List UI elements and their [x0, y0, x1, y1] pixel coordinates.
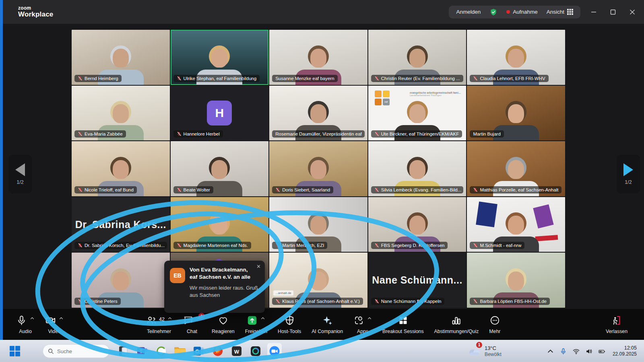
more-icon: [489, 315, 500, 326]
participant-tile[interactable]: Christin Reuter (Ev. Familienbildung ...: [368, 30, 466, 85]
participant-tile[interactable]: Bernd Heimberg: [72, 30, 170, 85]
initial-avatar: H: [207, 101, 232, 125]
participant-tile[interactable]: Nane Schümann...Nane Schümann fbs Kappel…: [368, 253, 466, 308]
participant-tile[interactable]: Martin Bujard: [467, 86, 565, 141]
participant-tile[interactable]: eafevangelische arbeitsgemeinschaft fami…: [368, 86, 466, 141]
participant-name-label: Dr. Sabrina Korsch, Ev. Familienbildu...: [74, 242, 167, 249]
toolbar-chat-button[interactable]: 1Chat: [178, 315, 206, 334]
toolbar-leave-button[interactable]: Verlassen: [601, 315, 633, 334]
chevron-left-icon: [15, 163, 25, 176]
toolbar-react-button[interactable]: Reagieren: [206, 315, 240, 334]
chat-popup-close-icon[interactable]: ✕: [256, 264, 261, 269]
tray-battery-icon[interactable]: [599, 348, 605, 355]
page-indicator-right: 1/2: [625, 179, 632, 185]
taskbar-clock[interactable]: 12:05 22.09.2025: [613, 345, 637, 358]
muted-mic-icon: [374, 243, 379, 248]
toolbar-audio-button[interactable]: Audio: [11, 315, 40, 334]
participant-tile[interactable]: Nicole Trieloff, eaf Bund: [72, 141, 170, 196]
window-minimize-button[interactable]: [591, 9, 597, 15]
toolbar-host-tools-button[interactable]: Host-Tools: [272, 315, 306, 334]
participant-tile[interactable]: Christine Peters: [72, 253, 170, 308]
unread-badge: 1: [198, 313, 205, 319]
participant-tile[interactable]: Eva-Maria Zabbée: [72, 86, 170, 141]
participant-tile[interactable]: Dr. Sabrina Kors...Dr. Sabrina Korsch, E…: [72, 197, 170, 252]
participant-tile[interactable]: FBS Segeberg D. Kristoffersen: [368, 197, 466, 252]
webex-app-icon[interactable]: [248, 343, 263, 359]
zoom-app-icon[interactable]: [267, 343, 282, 359]
toolbar-more-button[interactable]: Mehr: [484, 315, 506, 334]
toolbar-breakout-button[interactable]: Breakout Sessions: [377, 315, 429, 334]
gallery-next-page-button[interactable]: 1/2: [617, 155, 640, 193]
participant-name-label: Martin Merbach, EZI: [272, 242, 327, 249]
explorer-app-icon[interactable]: [173, 343, 187, 359]
signin-button[interactable]: Anmelden: [456, 9, 481, 15]
participant-name-label: M.Schmidt - eaf-nrw: [470, 242, 524, 249]
participant-tile[interactable]: Ulrike Stephan, eaf Familienbildung: [171, 30, 269, 85]
share-screen-icon: [247, 315, 258, 326]
search-input[interactable]: [57, 348, 101, 354]
chevron-up-icon[interactable]: [260, 315, 265, 322]
muted-mic-icon: [78, 299, 83, 304]
muted-mic-icon: [78, 187, 83, 192]
muted-mic-icon: [473, 187, 478, 192]
participant-tile[interactable]: Doris Siebert, Saarland: [269, 141, 367, 196]
recording-indicator[interactable]: Aufnahme: [506, 9, 538, 15]
taskbar-weather-widget[interactable]: 1 13°C Bewölkt: [468, 345, 502, 357]
chat-notification-popup[interactable]: EB Von Eva Brackelmann, eaf Sachsen e.V.…: [164, 261, 265, 313]
participant-tile[interactable]: HHannelore Herbel: [171, 86, 269, 141]
toolbar-label: Host-Tools: [278, 329, 301, 334]
toolbar-polls-button[interactable]: Abstimmungen/Quiz: [429, 315, 484, 334]
participant-tile[interactable]: Barbara Löptien FBS-HH-Ost.de: [467, 253, 565, 308]
breakout-sessions-icon: [398, 315, 409, 326]
chevron-up-icon[interactable]: [167, 315, 172, 322]
toolbar-ai-companion-button[interactable]: AI Companion: [306, 315, 348, 334]
toolbar-label: Teilnehmer: [147, 329, 171, 334]
desktop-app-icon[interactable]: [116, 343, 130, 359]
muted-mic-icon: [78, 76, 83, 81]
participant-name-label: Susanne Menzke eaf bayern: [272, 75, 337, 82]
participant-tile[interactable]: Claudia Lehnort, EFB FRI-WHV: [467, 30, 565, 85]
toolbar-video-button[interactable]: Video: [40, 315, 69, 334]
video-stage: 1/2 1/2 Bernd HeimbergUlrike Stephan, ea…: [3, 24, 644, 309]
svg-text:O: O: [195, 348, 199, 354]
participant-tile[interactable]: M.Schmidt - eaf-nrw: [467, 197, 565, 252]
window-maximize-button[interactable]: [610, 9, 616, 15]
chevron-up-icon[interactable]: [367, 315, 372, 322]
toolbar-label: Apps: [357, 329, 368, 334]
participant-tile[interactable]: Magdalene Martensen eaf Nds.: [171, 197, 269, 252]
toolbar-participants-button[interactable]: 42Teilnehmer: [140, 315, 178, 334]
participant-tile[interactable]: ...anhalt.deKlaus Roes (eaf Sachsen-Anha…: [269, 253, 367, 308]
reactions-heart-icon: [218, 315, 229, 326]
security-shield-icon[interactable]: [489, 8, 497, 16]
outlook-app-icon[interactable]: O: [192, 343, 206, 359]
muted-mic-icon: [374, 187, 379, 192]
ring-app-icon[interactable]: [154, 343, 168, 359]
tray-wifi-icon[interactable]: [573, 348, 580, 355]
participant-tile[interactable]: Martin Merbach, EZI: [269, 197, 367, 252]
participant-tile[interactable]: Beate Wolter: [171, 141, 269, 196]
chevron-up-icon[interactable]: [30, 315, 35, 322]
participant-tile[interactable]: Matthias Porzelle, eaf Sachsen-Anhalt: [467, 141, 565, 196]
firefox-app-icon[interactable]: [211, 343, 225, 359]
tray-volume-icon[interactable]: [586, 348, 592, 355]
tray-expand-chevron-icon[interactable]: [547, 348, 554, 355]
participants-icon: [146, 315, 157, 326]
toolbar-share-button[interactable]: Freigeben: [240, 315, 272, 334]
muted-mic-icon: [78, 243, 83, 248]
taskbar-search[interactable]: [43, 344, 109, 358]
toolbar-apps-button[interactable]: Apps: [348, 315, 377, 334]
word-app-icon[interactable]: W: [229, 343, 244, 359]
participant-tile[interactable]: Rosemarie Daumüller, Vizepräsidentin eaf: [269, 86, 367, 141]
window-close-button[interactable]: [630, 9, 635, 15]
slide-text: evangelische arbeitsgemeinschaft fami...…: [410, 91, 460, 97]
view-button[interactable]: Ansicht: [547, 9, 573, 15]
participant-tile[interactable]: Susanne Menzke eaf bayern: [269, 30, 367, 85]
participant-name-label: Barbara Löptien FBS-HH-Ost.de: [470, 298, 550, 305]
grid-view-icon: [567, 9, 573, 15]
teams-app-icon[interactable]: T: [135, 343, 149, 359]
participant-tile[interactable]: Silvia Lembeck (Evang. Familien-Bild...: [368, 141, 466, 196]
windows-start-button[interactable]: [10, 346, 20, 356]
tray-microphone-icon[interactable]: [560, 348, 567, 355]
gallery-prev-page-button[interactable]: 1/2: [8, 155, 32, 193]
chevron-up-icon[interactable]: [59, 315, 64, 322]
